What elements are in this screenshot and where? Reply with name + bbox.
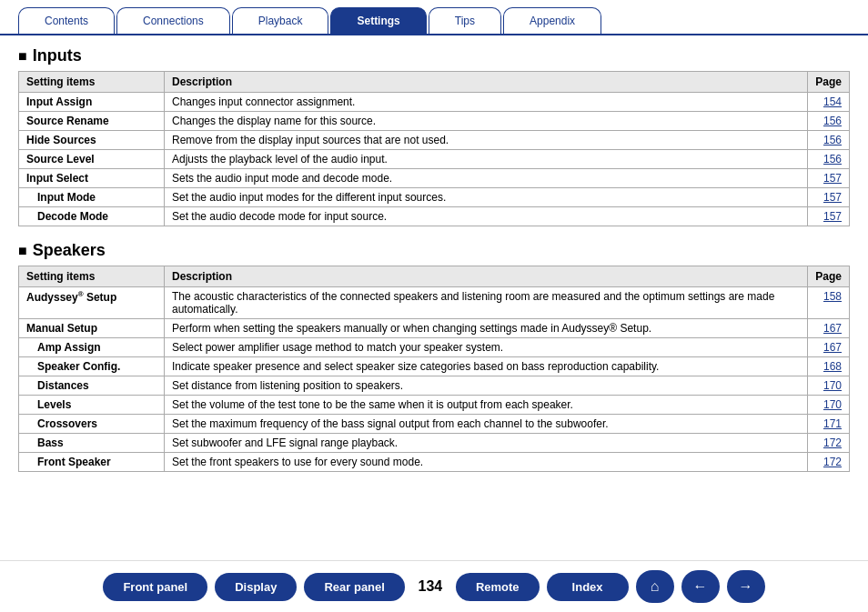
table-row: BassSet subwoofer and LFE signal range p… <box>19 434 850 453</box>
setting-page[interactable]: 157 <box>808 188 850 207</box>
back-button[interactable]: ← <box>681 570 720 603</box>
setting-desc: Changes input connector assignment. <box>165 93 808 112</box>
forward-icon: → <box>739 578 753 595</box>
home-button[interactable]: ⌂ <box>636 570 674 603</box>
setting-desc: Set the audio decode mode for input sour… <box>165 207 808 226</box>
setting-page[interactable]: 156 <box>808 150 850 169</box>
table-row: Manual SetupPerform when setting the spe… <box>19 319 850 338</box>
setting-page[interactable]: 158 <box>808 287 850 319</box>
setting-item: Audyssey® Setup <box>19 287 165 319</box>
setting-item: Front Speaker <box>19 453 165 472</box>
setting-desc: Sets the audio input mode and decode mod… <box>165 169 808 188</box>
setting-item: Input Select <box>19 169 165 188</box>
speakers-col-item: Setting items <box>19 266 165 287</box>
setting-page[interactable]: 170 <box>808 376 850 396</box>
setting-page[interactable]: 170 <box>808 396 850 415</box>
setting-item: Manual Setup <box>19 319 165 338</box>
table-row: Input SelectSets the audio input mode an… <box>19 169 850 188</box>
remote-button[interactable]: Remote <box>456 573 540 601</box>
setting-desc: Adjusts the playback level of the audio … <box>165 150 808 169</box>
tab-tips[interactable]: Tips <box>429 7 501 34</box>
setting-item: Decode Mode <box>19 207 165 226</box>
setting-page[interactable]: 154 <box>808 93 850 112</box>
speakers-heading: Speakers <box>18 241 850 260</box>
setting-item: Amp Assign <box>19 338 165 357</box>
rear-panel-button[interactable]: Rear panel <box>304 573 404 601</box>
setting-page[interactable]: 156 <box>808 112 850 131</box>
tab-connections[interactable]: Connections <box>116 7 230 34</box>
setting-page[interactable]: 167 <box>808 338 850 357</box>
table-row: LevelsSet the volume of the test tone to… <box>19 396 850 415</box>
setting-page[interactable]: 167 <box>808 319 850 338</box>
setting-desc: Select power amplifier usage method to m… <box>165 338 808 357</box>
setting-item: Bass <box>19 434 165 453</box>
tab-navigation: Contents Connections Playback Settings T… <box>0 0 868 35</box>
setting-page[interactable]: 172 <box>808 434 850 453</box>
setting-desc: Set subwoofer and LFE signal range playb… <box>165 434 808 453</box>
setting-desc: Indicate speaker presence and select spe… <box>165 357 808 376</box>
setting-desc: Perform when setting the speakers manual… <box>165 319 808 338</box>
table-row: Front SpeakerSet the front speakers to u… <box>19 453 850 472</box>
table-row: Audyssey® SetupThe acoustic characterist… <box>19 287 850 319</box>
setting-item: Input Mode <box>19 188 165 207</box>
setting-desc: Set distance from listening position to … <box>165 376 808 396</box>
setting-item: Distances <box>19 376 165 396</box>
page-number: 134 <box>412 578 449 595</box>
setting-desc: Set the maximum frequency of the bass si… <box>165 415 808 434</box>
setting-page[interactable]: 171 <box>808 415 850 434</box>
setting-desc: Set the audio input modes for the differ… <box>165 188 808 207</box>
forward-button[interactable]: → <box>727 570 765 603</box>
setting-item: Source Level <box>19 150 165 169</box>
setting-page[interactable]: 156 <box>808 131 850 150</box>
inputs-col-page: Page <box>808 72 850 93</box>
table-row: Input AssignChanges input connector assi… <box>19 93 850 112</box>
speakers-table: Setting items Description Page Audyssey®… <box>18 266 850 472</box>
back-icon: ← <box>693 578 708 595</box>
setting-page[interactable]: 157 <box>808 207 850 226</box>
home-icon: ⌂ <box>651 578 660 595</box>
table-row: Source LevelAdjusts the playback level o… <box>19 150 850 169</box>
speakers-col-page: Page <box>808 266 850 287</box>
tab-contents[interactable]: Contents <box>18 7 115 34</box>
setting-desc: Set the front speakers to use for every … <box>165 453 808 472</box>
table-row: Input ModeSet the audio input modes for … <box>19 188 850 207</box>
setting-desc: Set the volume of the test tone to be th… <box>165 396 808 415</box>
table-row: CrossoversSet the maximum frequency of t… <box>19 415 850 434</box>
table-row: Decode ModeSet the audio decode mode for… <box>19 207 850 226</box>
tab-appendix[interactable]: Appendix <box>503 7 601 34</box>
table-row: DistancesSet distance from listening pos… <box>19 376 850 396</box>
inputs-col-desc: Description <box>165 72 808 93</box>
setting-item: Input Assign <box>19 93 165 112</box>
setting-item: Source Rename <box>19 112 165 131</box>
setting-page[interactable]: 168 <box>808 357 850 376</box>
tab-playback[interactable]: Playback <box>232 7 329 34</box>
table-row: Source RenameChanges the display name fo… <box>19 112 850 131</box>
setting-page[interactable]: 172 <box>808 453 850 472</box>
tab-settings[interactable]: Settings <box>330 7 426 34</box>
inputs-table: Setting items Description Page Input Ass… <box>18 71 850 226</box>
inputs-heading: Inputs <box>18 46 850 65</box>
front-panel-button[interactable]: Front panel <box>103 573 207 601</box>
speakers-col-desc: Description <box>165 266 808 287</box>
table-row: Speaker Config.Indicate speaker presence… <box>19 357 850 376</box>
setting-item: Levels <box>19 396 165 415</box>
setting-desc: Remove from the display input sources th… <box>165 131 808 150</box>
setting-item: Hide Sources <box>19 131 165 150</box>
display-button[interactable]: Display <box>215 573 297 601</box>
bottom-navigation: Front panel Display Rear panel 134 Remot… <box>0 560 868 612</box>
setting-page[interactable]: 157 <box>808 169 850 188</box>
table-row: Hide SourcesRemove from the display inpu… <box>19 131 850 150</box>
setting-item: Crossovers <box>19 415 165 434</box>
setting-desc: The acoustic characteristics of the conn… <box>165 287 808 319</box>
table-row: Amp AssignSelect power amplifier usage m… <box>19 338 850 357</box>
main-content: Inputs Setting items Description Page In… <box>0 35 868 497</box>
setting-desc: Changes the display name for this source… <box>165 112 808 131</box>
setting-item: Speaker Config. <box>19 357 165 376</box>
inputs-col-item: Setting items <box>19 72 165 93</box>
index-button[interactable]: Index <box>547 573 629 601</box>
